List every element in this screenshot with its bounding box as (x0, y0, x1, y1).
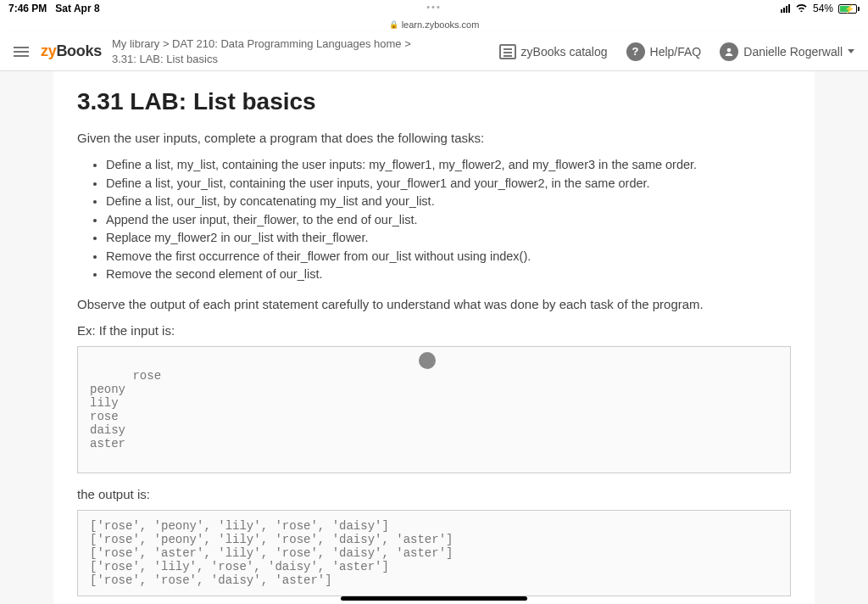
catalog-link[interactable]: zyBooks catalog (499, 44, 608, 59)
url-text: learn.zybooks.com (402, 20, 480, 30)
list-item: Define a list, my_list, containing the u… (106, 157, 791, 174)
help-link[interactable]: ? Help/FAQ (626, 42, 702, 61)
menu-button[interactable] (14, 47, 29, 57)
lock-icon: 🔒 (389, 20, 398, 29)
list-item: Define a list, your_list, containing the… (106, 176, 791, 193)
status-date: Sat Apr 8 (55, 3, 99, 14)
user-menu[interactable]: Danielle Rogerwall (720, 42, 854, 61)
list-item: Replace my_flower2 in our_list with thei… (106, 230, 791, 247)
lab-sheet: 3.31 LAB: List basics Given the user inp… (53, 71, 815, 604)
chevron-down-icon (848, 49, 854, 53)
intro-text: Given the user inputs, complete a progra… (77, 131, 791, 145)
list-item: Append the user input, their_flower, to … (106, 212, 791, 229)
help-icon: ? (626, 42, 645, 61)
list-item: Define a list, our_list, by concatenatin… (106, 193, 791, 210)
input-code-block: rose peony lily rose daisy aster (77, 346, 791, 473)
cursor-indicator-icon (419, 352, 436, 369)
observe-text: Observe the output of each print stateme… (77, 297, 791, 311)
signal-bars-icon (781, 4, 790, 13)
breadcrumb-current: 3.31: LAB: List basics (112, 52, 499, 67)
home-indicator[interactable] (341, 596, 527, 601)
task-list: Define a list, my_list, containing the u… (77, 157, 791, 283)
user-icon (720, 42, 738, 61)
content-area: 3.31 LAB: List basics Given the user inp… (0, 71, 868, 604)
example-output-label: the output is: (77, 487, 791, 501)
browser-url-bar[interactable]: ••• 🔒 learn.zybooks.com (0, 17, 868, 32)
zybooks-logo[interactable]: zyBooks (41, 42, 102, 60)
example-input-label: Ex: If the input is: (77, 323, 791, 338)
wifi-icon (795, 3, 808, 14)
breadcrumb[interactable]: My library > DAT 210: Data Programming L… (112, 36, 499, 66)
battery-icon: ⚡ (838, 4, 860, 14)
list-item: Remove the first occurrence of their_flo… (106, 249, 791, 266)
status-time: 7:46 PM (8, 3, 47, 14)
book-icon (499, 44, 516, 59)
list-item: Remove the second element of our_list. (106, 266, 791, 283)
app-header: zyBooks My library > DAT 210: Data Progr… (0, 32, 868, 71)
breadcrumb-path: My library > DAT 210: Data Programming L… (112, 36, 499, 52)
battery-percent: 54% (813, 3, 833, 14)
output-code-block: ['rose', 'peony', 'lily', 'rose', 'daisy… (77, 510, 791, 596)
browser-dots-icon: ••• (426, 2, 442, 12)
page-title: 3.31 LAB: List basics (77, 88, 791, 115)
svg-point-0 (727, 48, 732, 52)
